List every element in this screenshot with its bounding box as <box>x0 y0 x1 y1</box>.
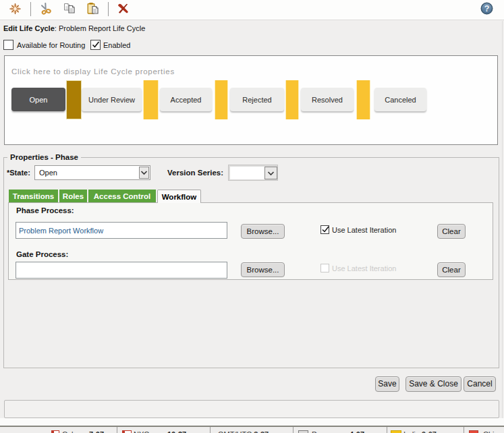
svg-text:?: ? <box>484 4 490 13</box>
